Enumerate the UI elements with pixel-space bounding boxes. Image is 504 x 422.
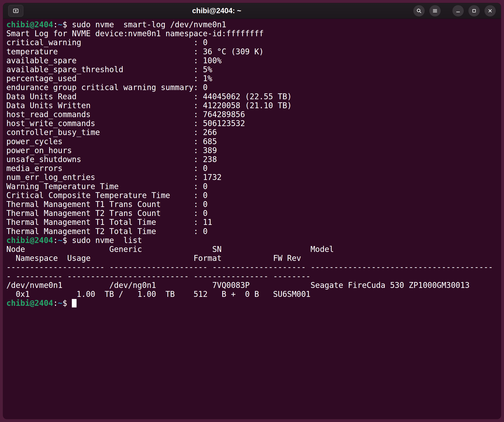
smart-log-line: Thermal Management T1 Total Time : 11 xyxy=(6,218,501,227)
terminal-screen[interactable]: chibi@2404:~$ sudo nvme smart-log /dev/n… xyxy=(3,19,501,419)
smart-log-line: host_write_commands : 506123532 xyxy=(6,119,501,128)
minimize-icon xyxy=(455,8,461,14)
nvme-list-data-line: 0x1 1.00 TB / 1.00 TB 512 B + 0 B SU6SM0… xyxy=(6,290,501,299)
prompt-colon: : xyxy=(53,299,58,308)
nvme-list-header-line: Namespace Usage Format FW Rev xyxy=(6,254,501,263)
smart-log-line: power_cycles : 685 xyxy=(6,137,501,146)
prompt-symbol: $ xyxy=(62,20,72,29)
maximize-icon xyxy=(471,8,477,14)
smart-log-line: Thermal Management T2 Trans Count : 0 xyxy=(6,209,501,218)
smart-log-line: unsafe_shutdowns : 238 xyxy=(6,155,501,164)
smart-log-line: Data Units Written : 41220058 (21.10 TB) xyxy=(6,101,501,110)
smart-log-line: Thermal Management T2 Total Time : 0 xyxy=(6,227,501,236)
smart-log-line: temperature : 36 °C (309 K) xyxy=(6,47,501,56)
prompt-user: chibi@2404 xyxy=(6,236,53,245)
smart-log-line: critical_warning : 0 xyxy=(6,38,501,47)
nvme-list-data-line: /dev/nvme0n1 /dev/ng0n1 7VQ0083P Seagate… xyxy=(6,281,501,290)
command-line: chibi@2404:~$ sudo nvme smart-log /dev/n… xyxy=(6,20,501,29)
smart-log-line: power_on_hours : 389 xyxy=(6,146,501,155)
nvme-list-header-line: Node Generic SN Model xyxy=(6,245,501,254)
smart-log-line: Smart Log for NVME device:nvme0n1 namesp… xyxy=(6,29,501,38)
search-icon xyxy=(416,8,422,14)
command-text: sudo nvme list xyxy=(72,236,142,245)
smart-log-line: endurance group critical warning summary… xyxy=(6,83,501,92)
nvme-list-separator-line: --------------------- ------------------… xyxy=(6,263,501,272)
smart-log-line: controller_busy_time : 266 xyxy=(6,128,501,137)
text-cursor xyxy=(72,299,77,307)
prompt-path: ~ xyxy=(58,20,63,29)
new-tab-icon xyxy=(12,7,19,14)
smart-log-line: num_err_log_entries : 1732 xyxy=(6,173,501,182)
smart-log-line: percentage_used : 1% xyxy=(6,74,501,83)
prompt-path: ~ xyxy=(58,236,63,245)
terminal-window: chibi@2404: ~ xyxy=(3,3,501,419)
smart-log-line: Critical Composite Temperature Time : 0 xyxy=(6,191,501,200)
smart-log-line: media_errors : 0 xyxy=(6,164,501,173)
menu-button[interactable] xyxy=(429,5,441,17)
prompt-user: chibi@2404 xyxy=(6,299,53,308)
hamburger-menu-icon xyxy=(432,8,438,14)
prompt-colon: : xyxy=(53,20,58,29)
minimize-button[interactable] xyxy=(452,5,464,17)
prompt-symbol: $ xyxy=(62,236,72,245)
smart-log-line: available_spare_threshold : 5% xyxy=(6,65,501,74)
command-text: sudo nvme smart-log /dev/nvme0n1 xyxy=(72,20,226,29)
window-controls xyxy=(413,5,496,17)
command-line: chibi@2404:~$ sudo nvme list xyxy=(6,236,501,245)
smart-log-line: available_spare : 100% xyxy=(6,56,501,65)
close-icon xyxy=(487,8,493,14)
search-button[interactable] xyxy=(413,5,425,17)
nvme-list-separator-line: - ---------- -------------------------- … xyxy=(6,272,501,281)
smart-log-line: Data Units Read : 44045062 (22.55 TB) xyxy=(6,92,501,101)
smart-log-line: host_read_commands : 764289856 xyxy=(6,110,501,119)
window-title: chibi@2404: ~ xyxy=(50,6,383,15)
maximize-button[interactable] xyxy=(468,5,480,17)
prompt-user: chibi@2404 xyxy=(6,20,53,29)
prompt-colon: : xyxy=(53,236,58,245)
headerbar[interactable]: chibi@2404: ~ xyxy=(3,3,501,19)
prompt-path: ~ xyxy=(58,299,63,308)
smart-log-line: Thermal Management T1 Trans Count : 0 xyxy=(6,200,501,209)
smart-log-line: Warning Temperature Time : 0 xyxy=(6,182,501,191)
close-button[interactable] xyxy=(485,5,496,17)
prompt-symbol: $ xyxy=(62,299,72,308)
new-tab-button[interactable] xyxy=(8,5,23,17)
prompt-line: chibi@2404:~$ xyxy=(6,299,501,308)
